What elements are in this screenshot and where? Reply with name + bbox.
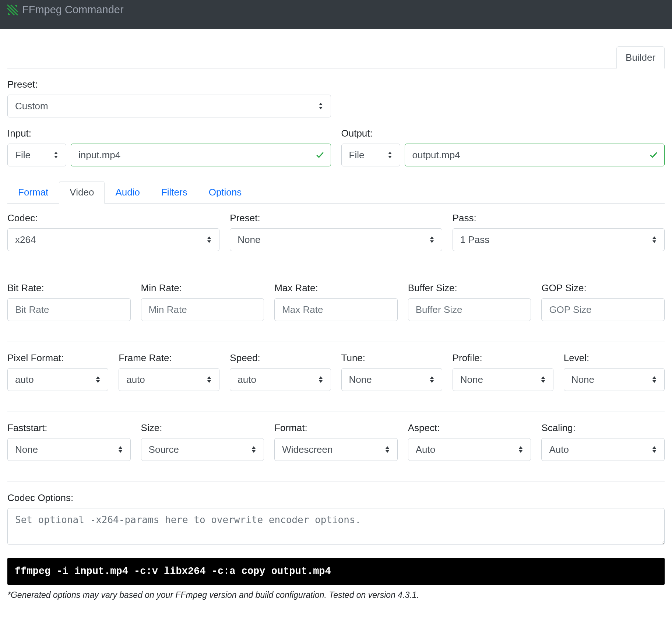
top-tabs: Builder [7,46,665,68]
speed-label: Speed: [230,352,331,364]
faststart-select[interactable]: None [7,438,131,461]
pixfmt-select[interactable]: auto [7,368,108,391]
pixfmt-label: Pixel Format: [7,352,108,364]
framerate-select[interactable]: auto [119,368,219,391]
output-label: Output: [341,128,665,139]
gop-input[interactable] [541,298,665,321]
tab-video[interactable]: Video [59,181,105,204]
faststart-label: Faststart: [7,422,131,434]
input-label: Input: [7,128,331,139]
aspect-label: Aspect: [408,422,531,434]
tab-format[interactable]: Format [7,181,59,204]
speed-select[interactable]: auto [230,368,331,391]
bufsize-label: Buffer Size: [408,282,531,294]
format-label: Format: [274,422,398,434]
minrate-label: Min Rate: [141,282,264,294]
app-brand[interactable]: FFmpeg Commander [7,4,124,16]
bitrate-label: Bit Rate: [7,282,131,294]
tab-builder[interactable]: Builder [616,46,665,68]
size-select[interactable]: Source [141,438,264,461]
tab-options[interactable]: Options [198,181,253,204]
navbar: FFmpeg Commander [0,0,672,29]
level-label: Level: [564,352,665,364]
output-file-field[interactable] [405,144,665,166]
maxrate-input[interactable] [274,298,398,321]
app-title: FFmpeg Commander [22,4,124,16]
pass-select[interactable]: 1 Pass [453,228,665,251]
input-type-select[interactable]: File [7,144,66,166]
maxrate-label: Max Rate: [274,282,398,294]
command-output: ffmpeg -i input.mp4 -c:v libx264 -c:a co… [7,558,665,585]
input-file-field[interactable] [71,144,331,166]
aspect-select[interactable]: Auto [408,438,531,461]
output-type-select[interactable]: File [341,144,400,166]
tab-audio[interactable]: Audio [105,181,151,204]
codec-label: Codec: [7,212,219,224]
bitrate-input[interactable] [7,298,131,321]
scaling-select[interactable]: Auto [541,438,665,461]
video-preset-label: Preset: [230,212,442,224]
tune-select[interactable]: None [341,368,442,391]
codec-select[interactable]: x264 [7,228,219,251]
tab-filters[interactable]: Filters [151,181,198,204]
codec-options-textarea[interactable] [7,508,665,545]
section-tabs: Format Video Audio Filters Options [7,181,665,204]
bufsize-input[interactable] [408,298,531,321]
profile-label: Profile: [453,352,553,364]
size-label: Size: [141,422,264,434]
scaling-label: Scaling: [541,422,665,434]
format-select[interactable]: Widescreen [274,438,398,461]
footnote: *Generated options may vary based on you… [7,590,665,600]
gop-label: GOP Size: [541,282,665,294]
video-preset-select[interactable]: None [230,228,442,251]
framerate-label: Frame Rate: [119,352,219,364]
tune-label: Tune: [341,352,442,364]
minrate-input[interactable] [141,298,264,321]
level-select[interactable]: None [564,368,665,391]
profile-select[interactable]: None [453,368,553,391]
preset-label: Preset: [7,79,331,90]
preset-select[interactable]: Custom [7,95,331,117]
codec-options-label: Codec Options: [7,492,665,504]
pass-label: Pass: [453,212,665,224]
ffmpeg-logo-icon [7,4,18,16]
